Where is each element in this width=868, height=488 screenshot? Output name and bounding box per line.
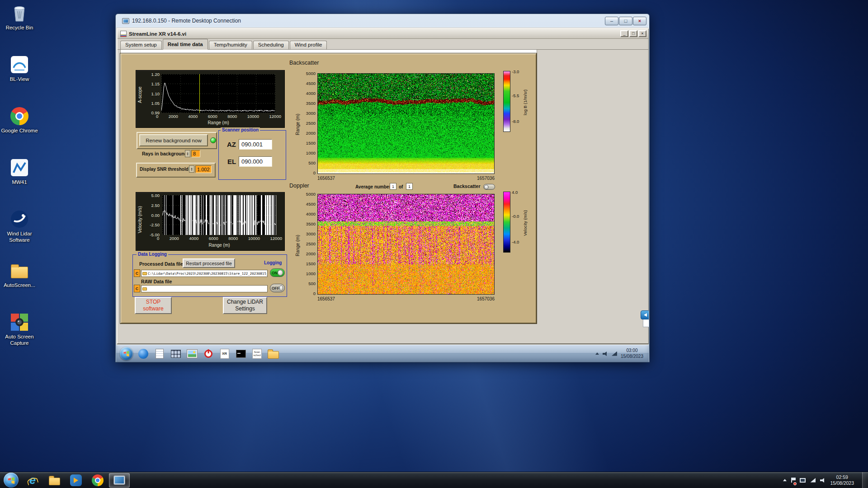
app-maximize-button[interactable]: □ (629, 30, 637, 37)
tab-real-time-data[interactable]: Real time data (163, 39, 208, 50)
raw-logging-toggle[interactable]: OFF (270, 284, 285, 292)
backscatter-toggle[interactable] (483, 184, 495, 190)
change-lidar-settings-button[interactable]: Change LiDAR Settings (223, 297, 267, 314)
desktop-icon-label: Recycle Bin (6, 24, 33, 31)
rdp-minimize-button[interactable]: – (605, 17, 618, 25)
remote-start-button[interactable] (120, 347, 133, 360)
stop-software-button[interactable]: STOP software (135, 297, 172, 314)
show-desktop-button[interactable] (862, 472, 868, 488)
tick-label: 1.10 (151, 91, 160, 96)
logging-label: Logging (264, 260, 282, 265)
desktop-icon-wind-lidar[interactable]: Wind Lidar Software (1, 209, 38, 256)
app-minimize-button[interactable]: _ (620, 30, 628, 37)
tick-label: 8000 (228, 236, 238, 241)
desktop-icon-mw41[interactable]: MW41 (1, 157, 38, 204)
rdp-maximize-button[interactable]: □ (619, 17, 632, 25)
app-grid-icon[interactable] (168, 347, 183, 361)
remote-system-clock[interactable]: 03:00 15/08/2023 (621, 348, 643, 359)
app-close-button[interactable]: × (638, 30, 646, 37)
snr-value-box[interactable]: 1.002 (195, 165, 212, 173)
tab-scheduling[interactable]: Scheduling (253, 41, 289, 49)
tick-label: 3000 (306, 111, 316, 116)
average-number-box[interactable]: 1 (390, 183, 396, 190)
tray-display-icon[interactable] (800, 478, 806, 483)
az-value-box[interactable]: 090.001 (239, 139, 272, 150)
tick-label: 2500 (306, 241, 316, 246)
start-button[interactable] (4, 473, 19, 488)
network-icon[interactable] (810, 478, 816, 483)
app-window: StreamLine XR v14-6.vi _ □ × System setu… (117, 28, 649, 344)
network-icon[interactable] (612, 352, 617, 356)
tab-wind-profile[interactable]: Wind profile (290, 41, 327, 49)
taskbar-explorer-folder-icon[interactable] (44, 473, 65, 488)
el-value-box[interactable]: 090.000 (239, 156, 272, 167)
processed-drive-box[interactable]: C (134, 269, 140, 277)
app-window-controls: _ □ × (620, 30, 646, 37)
restart-processed-file-button[interactable]: Restart processed file (183, 258, 235, 268)
tab-system-setup[interactable]: System setup (120, 41, 162, 49)
tick-label: 4000 (306, 91, 316, 96)
raw-drive-box[interactable]: C (134, 285, 140, 292)
network-globe-icon[interactable] (136, 347, 151, 361)
notepad-icon[interactable] (152, 347, 167, 361)
backscatter-x-range: 1656537 1657036 (317, 176, 495, 181)
volume-icon[interactable] (820, 478, 826, 483)
change-lidar-settings-line2: Settings (235, 305, 255, 312)
labview-vi-icon (120, 31, 127, 37)
desktop-icon-auto-screen-capture[interactable]: Auto Screen Capture (1, 312, 38, 359)
action-center-flag-icon[interactable] (791, 476, 795, 484)
app-titlebar[interactable]: StreamLine XR v14-6.vi _ □ × (118, 29, 648, 39)
desktop-icon-recycle-bin[interactable]: Recycle Bin (1, 3, 38, 50)
image-viewer-icon[interactable] (184, 347, 199, 361)
taskbar-chrome-icon[interactable] (87, 473, 108, 488)
taskbar-rdp-button[interactable] (109, 473, 130, 488)
taskbar-internet-explorer-icon[interactable] (22, 473, 43, 488)
volume-icon[interactable] (603, 352, 608, 356)
rays-value-box[interactable]: 8 (191, 150, 200, 157)
system-clock[interactable]: 02:59 15/08/2023 (830, 474, 854, 486)
tray-expand-icon[interactable] (783, 479, 787, 481)
tick-label: 0 (313, 291, 316, 296)
desktop-icon-google-chrome[interactable]: Google Chrome (1, 106, 38, 153)
chrome-icon (10, 106, 28, 127)
backscatter-y-ticks: 5000450040003500300025002000150010005000 (301, 71, 316, 175)
rdp-close-button[interactable]: × (633, 17, 646, 25)
scanner-position-title: Scanner position (221, 127, 260, 132)
desktop-icon-autoscreen-folder[interactable]: AutoScreen... (1, 260, 38, 307)
power-stop-icon[interactable] (201, 347, 216, 361)
tick-label: 2000 (306, 251, 316, 256)
xr-app-icon[interactable]: XR (217, 347, 232, 361)
processed-data-file-label: Processed Data file (139, 261, 183, 267)
desktop-icon-bl-view[interactable]: BL-View (1, 54, 38, 101)
average-total-box[interactable]: 1 (406, 183, 413, 190)
renew-background-button[interactable]: Renew background now (139, 134, 208, 146)
tick-label: 0 (313, 170, 316, 175)
display-snr-threshold-label: Display SNR threshold (140, 167, 189, 172)
processed-path-input[interactable]: C:\Lidar\Data\Proc\2023\202308\20230815\… (141, 270, 268, 277)
input-panel-icon[interactable] (641, 310, 649, 319)
rdp-screen-icon (115, 477, 124, 483)
notification-dot-icon (793, 482, 797, 485)
scan-sched-icon[interactable]: Scan sched (250, 347, 264, 361)
snr-spinner[interactable] (189, 165, 194, 173)
folder-icon[interactable] (266, 347, 281, 361)
browse-folder-icon[interactable] (142, 272, 147, 275)
colorbar-tick: -5.5 (512, 93, 519, 98)
taskbar-media-player-icon[interactable] (66, 473, 86, 488)
clock-time: 03:00 (621, 348, 643, 354)
command-prompt-icon[interactable] (233, 347, 248, 361)
rdp-window-title: 192.168.0.150 - Remote Desktop Connectio… (132, 18, 241, 24)
tick-label: 1.05 (151, 101, 160, 106)
clock-time: 02:59 (830, 474, 854, 480)
tab-temp-humidity[interactable]: Temp/humidity (209, 41, 252, 49)
processed-logging-toggle[interactable]: ON (270, 268, 285, 277)
renew-background-label: Renew background now (146, 138, 201, 143)
raw-path-input[interactable] (141, 285, 268, 292)
toggle-knob-icon (278, 270, 283, 276)
average-number-label: Average number (355, 184, 391, 189)
tray-expand-icon[interactable] (595, 352, 599, 355)
rdp-titlebar[interactable]: 192.168.0.150 - Remote Desktop Connectio… (116, 14, 649, 28)
browse-folder-icon[interactable] (142, 287, 147, 291)
rays-spinner[interactable] (185, 150, 190, 157)
tick-label: 3500 (306, 101, 316, 106)
